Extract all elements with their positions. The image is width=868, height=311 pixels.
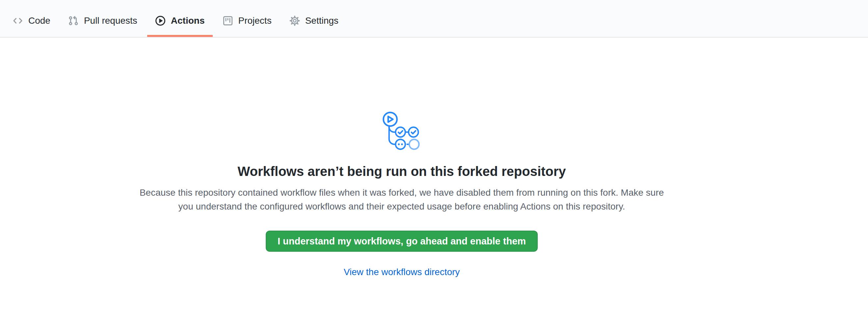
page-title: Workflows aren’t being run on this forke… xyxy=(67,161,736,181)
gear-icon xyxy=(289,15,300,26)
tab-label: Projects xyxy=(239,16,272,25)
code-icon xyxy=(12,15,23,26)
tab-label: Settings xyxy=(305,16,339,25)
tab-code[interactable]: Code xyxy=(5,0,58,37)
workflows-link-row: View the workflows directory xyxy=(67,266,736,278)
tab-projects[interactable]: Projects xyxy=(215,0,280,37)
view-workflows-directory-link[interactable]: View the workflows directory xyxy=(344,267,460,277)
enable-workflows-button[interactable]: I understand my workflows, go ahead and … xyxy=(266,230,538,252)
workflow-graph-icon xyxy=(381,111,422,152)
project-icon xyxy=(223,15,233,26)
tab-label: Actions xyxy=(171,16,205,25)
repo-tab-nav: Code Pull requests Actions xyxy=(0,0,868,37)
enable-button-row: I understand my workflows, go ahead and … xyxy=(67,214,736,252)
git-pull-request-icon xyxy=(68,15,79,26)
tab-label: Pull requests xyxy=(84,16,137,25)
tab-label: Code xyxy=(28,16,51,25)
tab-settings[interactable]: Settings xyxy=(282,0,346,37)
play-icon xyxy=(155,15,166,26)
tab-pull-requests[interactable]: Pull requests xyxy=(60,0,145,37)
tab-actions[interactable]: Actions xyxy=(147,0,213,37)
actions-disabled-blankslate: Workflows aren’t being run on this forke… xyxy=(67,37,736,278)
blankslate-description: Because this repository contained workfl… xyxy=(133,186,670,214)
